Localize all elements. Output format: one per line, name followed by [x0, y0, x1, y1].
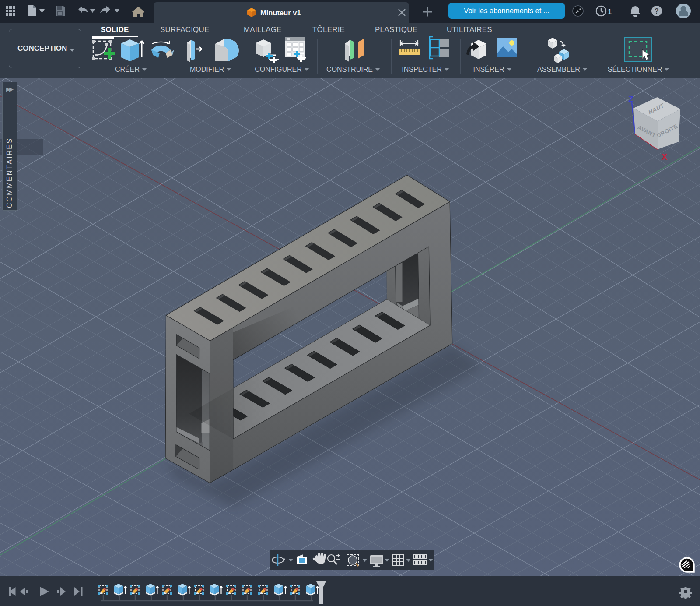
svg-text:1: 1: [608, 7, 612, 16]
svg-text:X: X: [662, 152, 668, 162]
svg-text:Z: Z: [628, 94, 634, 104]
svg-text:?: ?: [654, 7, 659, 15]
svg-text:Minuteur v1: Minuteur v1: [260, 9, 301, 17]
